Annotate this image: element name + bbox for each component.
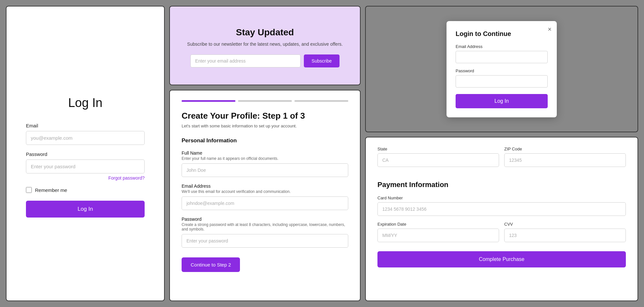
profile-password-label: Password — [182, 217, 348, 222]
right-column: Login to Continue × Email Address Passwo… — [365, 6, 638, 301]
newsletter-subtitle: Subscribe to our newsletter for the late… — [187, 41, 343, 47]
modal-close-button[interactable]: × — [548, 26, 552, 33]
progress-step-1 — [182, 100, 235, 102]
profile-title: Create Your Profile: Step 1 of 3 — [182, 111, 348, 121]
state-label: State — [377, 147, 499, 151]
login-panel: Log In Email Password Forgot password? R… — [6, 6, 165, 301]
payment-title: Payment Information — [377, 181, 626, 189]
modal-email-group: Email Address — [456, 44, 548, 63]
profile-password-input[interactable] — [182, 234, 348, 248]
profile-email-input[interactable] — [182, 196, 348, 210]
expiry-field: Expiration Date — [377, 222, 499, 242]
card-number-input[interactable] — [377, 202, 626, 216]
fullname-hint: Enter your full name as it appears on of… — [182, 156, 348, 161]
zip-input[interactable] — [504, 153, 626, 167]
state-zip-row: State ZIP Code — [377, 147, 626, 173]
profile-form: Full Name Enter your full name as it app… — [182, 150, 348, 272]
email-label: Email — [26, 123, 145, 128]
fullname-label: Full Name — [182, 150, 348, 156]
expiry-input[interactable] — [377, 229, 499, 242]
complete-purchase-button[interactable]: Complete Purchase — [377, 251, 626, 267]
profile-password-field: Password Create a strong password with a… — [182, 217, 348, 248]
password-group: Password Forgot password? — [26, 151, 145, 181]
profile-subtitle: Let's start with some basic information … — [182, 124, 348, 128]
newsletter-panel: Stay Updated Subscribe to our newsletter… — [169, 6, 361, 85]
modal-email-label: Email Address — [456, 44, 548, 49]
profile-panel: Create Your Profile: Step 1 of 3 Let's s… — [169, 90, 361, 301]
remember-label: Remember me — [35, 187, 67, 193]
modal-title: Login to Continue — [456, 30, 548, 38]
subscribe-button[interactable]: Subscribe — [304, 54, 340, 67]
card-number-field: Card Number — [377, 195, 626, 216]
cvv-field: CVV — [504, 222, 626, 242]
forgot-password-link[interactable]: Forgot password? — [26, 175, 145, 181]
newsletter-title: Stay Updated — [236, 27, 294, 38]
password-input[interactable] — [26, 159, 145, 173]
login-title: Log In — [26, 96, 145, 110]
remember-row: Remember me — [26, 187, 145, 193]
cvv-label: CVV — [504, 222, 626, 227]
email-group: Email — [26, 123, 145, 145]
modal-email-input[interactable] — [456, 51, 548, 63]
newsletter-email-input[interactable] — [190, 54, 301, 67]
modal-password-input[interactable] — [456, 75, 548, 88]
state-field: State — [377, 147, 499, 167]
continue-button[interactable]: Continue to Step 2 — [182, 257, 240, 272]
modal-login-button[interactable]: Log In — [456, 94, 548, 108]
fullname-input[interactable] — [182, 163, 348, 177]
newsletter-form-row: Subscribe — [183, 54, 347, 67]
profile-password-hint: Create a strong password with at least 8… — [182, 222, 348, 231]
modal-background: Login to Continue × Email Address Passwo… — [365, 6, 638, 132]
personal-info-title: Personal Information — [182, 137, 348, 144]
progress-bar — [182, 100, 348, 102]
fullname-field: Full Name Enter your full name as it app… — [182, 150, 348, 177]
login-button[interactable]: Log In — [26, 201, 145, 218]
email-input[interactable] — [26, 131, 145, 145]
middle-column: Stay Updated Subscribe to our newsletter… — [169, 6, 361, 301]
login-form: Email Password Forgot password? Remember… — [26, 123, 145, 218]
profile-email-hint: We'll use this email for account verific… — [182, 189, 348, 194]
zip-label: ZIP Code — [504, 147, 626, 151]
card-number-label: Card Number — [377, 195, 626, 200]
expiry-cvv-row: Expiration Date CVV — [377, 222, 626, 248]
remember-checkbox[interactable] — [26, 187, 32, 193]
checkout-panel: State ZIP Code Payment Information Card … — [365, 137, 638, 301]
profile-email-field: Email Address We'll use this email for a… — [182, 183, 348, 210]
progress-step-2 — [238, 100, 292, 102]
progress-step-3 — [294, 100, 348, 102]
zip-field: ZIP Code — [504, 147, 626, 167]
cvv-input[interactable] — [504, 229, 626, 242]
state-input[interactable] — [377, 153, 499, 167]
login-modal: Login to Continue × Email Address Passwo… — [447, 21, 557, 117]
profile-email-label: Email Address — [182, 183, 348, 189]
password-label: Password — [26, 151, 145, 157]
expiry-label: Expiration Date — [377, 222, 499, 227]
modal-password-label: Password — [456, 68, 548, 73]
modal-password-group: Password — [456, 68, 548, 88]
